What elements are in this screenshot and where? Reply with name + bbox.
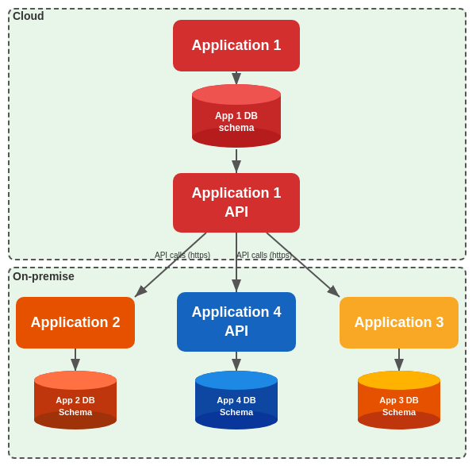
app2-db-svg: App 2 DB Schema bbox=[32, 370, 119, 432]
svg-text:App 4 DB: App 4 DB bbox=[217, 395, 256, 405]
svg-text:App 2 DB: App 2 DB bbox=[56, 395, 95, 405]
app3-label: Application 3 bbox=[354, 314, 443, 332]
svg-text:Schema: Schema bbox=[382, 407, 416, 417]
svg-text:Schema: Schema bbox=[59, 407, 93, 417]
app3-box: Application 3 bbox=[340, 297, 459, 349]
app4-db-svg: App 4 DB Schema bbox=[193, 370, 280, 432]
app4-api-label: Application 4 API bbox=[191, 303, 281, 341]
cloud-label: Cloud bbox=[13, 10, 44, 22]
app4-api-box: Application 4 API bbox=[177, 292, 296, 352]
api-call-right-label: API calls (https) bbox=[236, 251, 292, 260]
onprem-label: On-premise bbox=[13, 270, 75, 283]
app3-db-svg: App 3 DB Schema bbox=[355, 370, 443, 432]
app1-api-label: Application 1 API bbox=[191, 184, 281, 221]
svg-point-18 bbox=[34, 371, 117, 390]
app1-box: Application 1 bbox=[173, 20, 300, 71]
svg-point-30 bbox=[358, 371, 440, 390]
diagram-container: Cloud On-premise API calls (https) API c… bbox=[0, 0, 476, 466]
svg-text:App 3 DB: App 3 DB bbox=[379, 395, 419, 405]
svg-point-24 bbox=[195, 371, 278, 390]
svg-text:App 1 DB: App 1 DB bbox=[215, 110, 258, 121]
api-call-left-label: API calls (https) bbox=[155, 251, 210, 260]
app1-api-box: Application 1 API bbox=[173, 173, 300, 233]
app1-label: Application 1 bbox=[191, 37, 281, 55]
app2-label: Application 2 bbox=[30, 314, 120, 332]
svg-point-12 bbox=[192, 84, 281, 105]
app2-box: Application 2 bbox=[16, 297, 135, 349]
app1-db-svg: App 1 DB schema bbox=[189, 83, 284, 148]
svg-text:Schema: Schema bbox=[220, 407, 254, 417]
svg-text:schema: schema bbox=[219, 122, 255, 133]
